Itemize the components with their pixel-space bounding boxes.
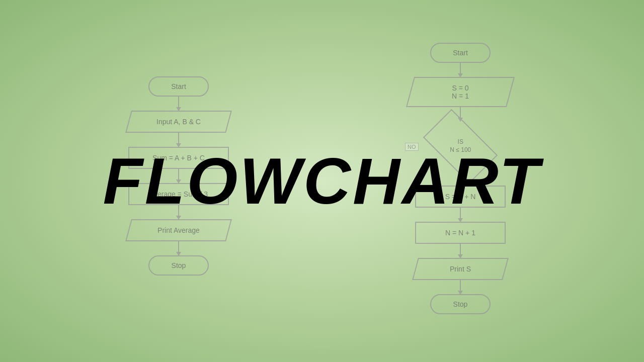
right-init-node: S = 0 N = 1 [410, 77, 511, 107]
left-start-node: Start [148, 76, 209, 97]
right-rectangle-increment: N = N + 1 [415, 222, 506, 244]
right-start-node: Start [430, 43, 491, 63]
right-terminal-start: Start [430, 43, 491, 63]
left-terminal-start: Start [148, 76, 209, 97]
right-increment-node: N = N + 1 [415, 222, 506, 244]
right-print-node: Print S [415, 258, 506, 280]
right-arrow-5 [460, 244, 461, 258]
left-arrow-1 [178, 97, 179, 111]
left-terminal-stop: Stop [148, 255, 209, 276]
left-arrow-5 [178, 241, 179, 255]
left-parallelogram-print: Print Average [125, 219, 232, 241]
right-arrow-6 [460, 280, 461, 294]
right-stop-node: Stop [430, 294, 491, 314]
left-parallelogram-input: Input A, B & C [125, 111, 232, 133]
right-parallelogram-init: S = 0 N = 1 [406, 77, 515, 107]
right-parallelogram-print: Print S [412, 258, 509, 280]
left-print-node: Print Average [128, 219, 229, 241]
left-stop-node: Stop [148, 255, 209, 276]
right-arrow-1 [460, 63, 461, 77]
main-title: FLOWCHART [103, 148, 541, 214]
left-input-node: Input A, B & C [128, 111, 229, 133]
right-terminal-stop: Stop [430, 294, 491, 314]
